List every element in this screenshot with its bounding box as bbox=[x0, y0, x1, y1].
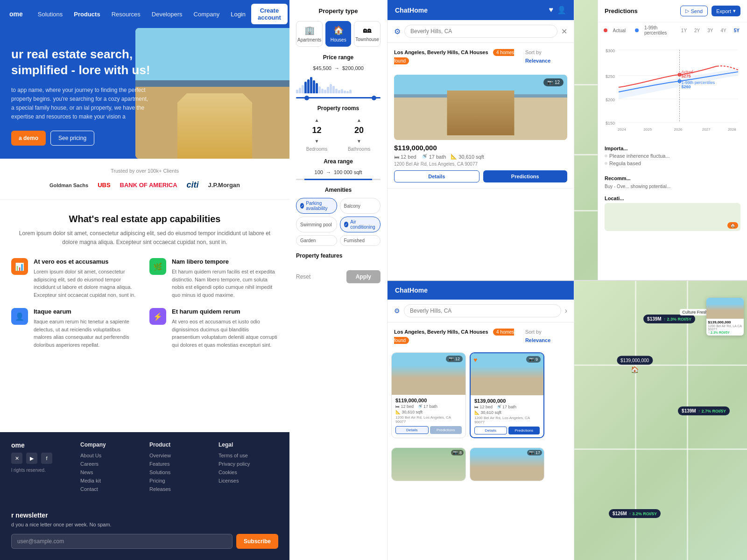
send-button[interactable]: ▷ Send bbox=[680, 6, 708, 16]
timeframe-1y[interactable]: 1Y bbox=[679, 27, 689, 34]
featured-pin[interactable]: $139,000,000 bbox=[617, 356, 653, 365]
footer-cookies[interactable]: Cookies bbox=[218, 469, 278, 475]
nav-solutions[interactable]: Solutions bbox=[38, 11, 63, 18]
features-title: Property features bbox=[296, 252, 342, 259]
bottom-sort-value[interactable]: Relevance bbox=[525, 337, 550, 343]
bottom-details-btn-2[interactable]: Details bbox=[474, 427, 507, 434]
bottom-pred-btn-2[interactable]: Predictions bbox=[508, 427, 540, 434]
thumb-roi: ↑ 2.3% ROI/5Y bbox=[708, 331, 742, 334]
timeframe-5y[interactable]: 5Y bbox=[732, 27, 741, 34]
user-avatar-icon[interactable]: 👤 bbox=[557, 6, 566, 14]
bedrooms-up-arrow[interactable]: ▲ bbox=[313, 116, 321, 124]
amenity-ac[interactable]: ✓ Air conditioning bbox=[340, 217, 381, 232]
nav-company[interactable]: Company bbox=[194, 11, 220, 18]
results-header: Los Angeles, Beverly Hills, CA Houses 4 … bbox=[388, 43, 574, 69]
footer-logo: ome bbox=[11, 441, 71, 449]
timeframe-4y[interactable]: 4Y bbox=[719, 27, 728, 34]
bar-2 bbox=[299, 88, 301, 93]
footer-licenses[interactable]: Licenses bbox=[218, 478, 278, 483]
townhouse-icon: 🏘 bbox=[363, 25, 372, 35]
bathrooms-up-arrow[interactable]: ▲ bbox=[355, 116, 363, 124]
amenity-balcony[interactable]: Balcony bbox=[340, 198, 381, 214]
features-header: Property features bbox=[296, 252, 381, 259]
nav-products[interactable]: Products bbox=[74, 11, 100, 18]
hero-section: ur real estate search, simplified - lore… bbox=[0, 28, 289, 159]
newsletter-email-input[interactable] bbox=[11, 534, 233, 549]
bottom-details-btn-1[interactable]: Details bbox=[395, 426, 429, 434]
footer-careers[interactable]: Careers bbox=[80, 461, 140, 467]
bottom-pin-2[interactable]: $139M ↑ 2.7% ROI/5Y bbox=[678, 406, 730, 415]
bottom-filter-icon[interactable]: ⚙ bbox=[394, 307, 400, 315]
footer-privacy[interactable]: Privacy policy bbox=[218, 461, 278, 467]
amenity-parking[interactable]: ✓ Parking availability bbox=[296, 198, 337, 214]
bottom-pin-2-price: $139M bbox=[682, 408, 696, 413]
main-app-area: ChatHome ♥ 👤 ⚙ ✕ Los Angeles, Bever bbox=[388, 0, 747, 560]
bathrooms-down-arrow[interactable]: ▼ bbox=[355, 137, 363, 145]
filter-toggle-icon[interactable]: ⚙ bbox=[394, 27, 401, 36]
bedrooms-down-arrow[interactable]: ▼ bbox=[313, 137, 321, 145]
type-apartments[interactable]: 🏢 Apartments bbox=[296, 21, 323, 47]
create-account-button[interactable]: Create account bbox=[251, 4, 288, 24]
listing-image-inner-1 bbox=[394, 75, 567, 140]
pricing-button[interactable]: See pricing bbox=[50, 131, 94, 146]
bottom-card-fav-2[interactable]: ♥ bbox=[473, 356, 477, 364]
capability-text-4: At vero eos et accusamus et iusto odio d… bbox=[172, 318, 278, 349]
demo-button[interactable]: a demo bbox=[11, 131, 46, 146]
hero-image bbox=[135, 28, 289, 159]
type-townhouse[interactable]: 🏘 Townhouse bbox=[354, 21, 381, 47]
footer-features[interactable]: Features bbox=[149, 461, 209, 467]
apply-button[interactable]: Apply bbox=[346, 270, 381, 283]
timeframe-2y[interactable]: 2Y bbox=[692, 27, 702, 34]
area-range-slider[interactable] bbox=[296, 179, 381, 180]
social-facebook[interactable]: f bbox=[41, 453, 52, 464]
footer-solutions[interactable]: Solutions bbox=[149, 469, 209, 475]
details-button-1[interactable]: Details bbox=[394, 170, 479, 182]
reset-button[interactable]: Reset bbox=[296, 273, 310, 280]
export-button[interactable]: Export ▾ bbox=[712, 6, 740, 16]
login-link[interactable]: Login bbox=[231, 11, 246, 18]
timeframe-3y[interactable]: 3Y bbox=[705, 27, 715, 34]
actual-price: $275 bbox=[682, 74, 691, 78]
y-label-150: $150 bbox=[606, 121, 615, 126]
nav-resources[interactable]: Resources bbox=[112, 11, 141, 18]
type-houses[interactable]: 🏠 Houses bbox=[325, 21, 351, 47]
bathrooms-label: Bathrooms bbox=[348, 147, 370, 152]
bottom-next-icon[interactable]: › bbox=[565, 307, 567, 315]
footer-about[interactable]: About Us bbox=[80, 453, 140, 458]
amenity-pool[interactable]: Swimming pool bbox=[296, 217, 337, 232]
bottom-pred-btn-1[interactable]: Predictions bbox=[430, 426, 462, 434]
social-twitter[interactable]: ✕ bbox=[11, 453, 22, 464]
predictions-title: Predictions bbox=[605, 7, 638, 14]
info-item-1: Please inherence fluctua... bbox=[605, 153, 740, 159]
bottom-pin-1[interactable]: $139M ↑ 2.3% ROI/5Y bbox=[643, 315, 695, 323]
search-input[interactable] bbox=[404, 25, 557, 38]
footer-terms[interactable]: Terms of use bbox=[218, 453, 278, 458]
bottom-card-sqft-1: 📐 30,610 sqft bbox=[395, 410, 462, 414]
amenity-furnished[interactable]: Furnished bbox=[340, 235, 381, 246]
footer-pricing[interactable]: Pricing bbox=[149, 478, 209, 483]
logo-citi: citi bbox=[187, 180, 199, 190]
price-range-title: Price range bbox=[296, 54, 381, 61]
property-rooms-section: Property rooms ▲ 12 ▼ Bedrooms ▲ 20 ▼ Ba… bbox=[296, 105, 381, 152]
nav-developers[interactable]: Developers bbox=[152, 11, 183, 18]
bottom-pin-3[interactable]: $126M ↑ 3.2% ROI/5Y bbox=[609, 509, 661, 518]
sort-value[interactable]: Relevance bbox=[525, 58, 550, 63]
percentile-price: $260 bbox=[682, 84, 691, 89]
amenity-garden[interactable]: Garden bbox=[296, 235, 337, 246]
footer-overview[interactable]: Overview bbox=[149, 453, 209, 458]
footer-contact[interactable]: Contact bbox=[80, 486, 140, 492]
bottom-card-1: 📷 12 $119,000,000 🛏 12 bed 🚿 17 bath 📐 3… bbox=[391, 352, 466, 438]
footer-news[interactable]: News bbox=[80, 469, 140, 475]
clear-search-icon[interactable]: ✕ bbox=[561, 27, 567, 36]
newsletter-subscribe-button[interactable]: Subscribe bbox=[236, 534, 278, 549]
price-range-slider[interactable] bbox=[296, 97, 381, 98]
footer-releases[interactable]: Releases bbox=[149, 486, 209, 492]
social-youtube[interactable]: ▶ bbox=[26, 453, 37, 464]
heart-icon[interactable]: ♥ bbox=[549, 6, 554, 14]
bar-13 bbox=[330, 84, 332, 93]
predictions-button-1[interactable]: Predictions bbox=[483, 170, 568, 182]
newsletter-section: r newsletter d you a nice letter once pe… bbox=[0, 500, 289, 560]
footer-media[interactable]: Media kit bbox=[80, 478, 140, 483]
bottom-search-input[interactable] bbox=[404, 304, 561, 317]
beds-1: 🛏 12 bed bbox=[394, 154, 416, 160]
